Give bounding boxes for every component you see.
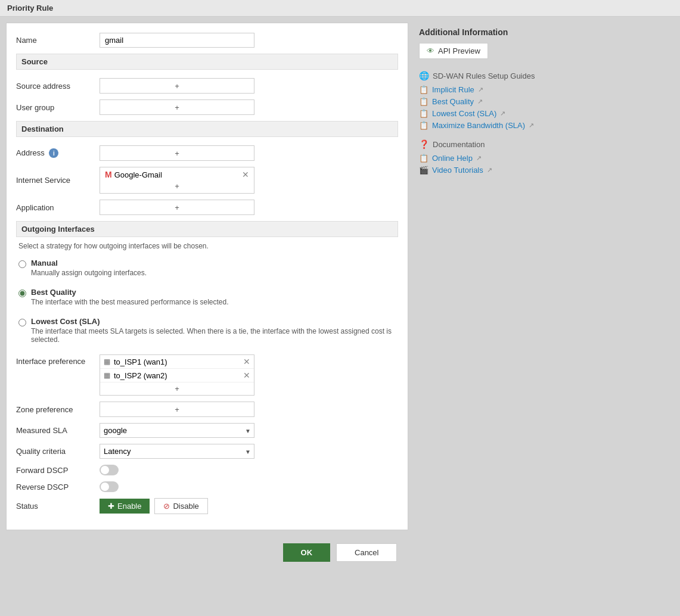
book-icon-online-help: 📋 (419, 154, 429, 163)
book-icon-implicit: 📋 (419, 85, 429, 94)
measured-sla-select[interactable]: google default (100, 423, 254, 438)
ext-link-icon-best-quality: ↗ (477, 98, 483, 105)
isp1-name: to_ISP1 (wan1) (114, 357, 240, 366)
forward-dscp-label: Forward DSCP (16, 466, 100, 475)
status-label: Status (16, 502, 100, 511)
interface-preference-container: ▦ to_ISP1 (wan1) ✕ ▦ to_ISP2 (wan2) ✕ + (100, 354, 254, 396)
additional-info-title: Additional Information (419, 27, 669, 37)
name-input[interactable] (100, 33, 254, 48)
gmail-remove-button[interactable]: ✕ (242, 170, 249, 179)
online-help-link[interactable]: 📋 Online Help ↗ (419, 154, 669, 163)
zone-preference-label: Zone preference (16, 405, 100, 414)
forward-dscp-row: Forward DSCP (16, 465, 398, 475)
radio-lowest-cost-input[interactable] (18, 319, 26, 326)
reverse-dscp-label: Reverse DSCP (16, 483, 100, 491)
application-row: Application + (16, 200, 398, 215)
radio-manual-desc: Manually assign outgoing interfaces. (31, 269, 147, 277)
name-row: Name (16, 33, 398, 48)
form-panel: Name Source Source address + User group … (6, 23, 408, 530)
video-icon-tutorials: 🎬 (419, 166, 429, 175)
interface-add-button[interactable]: + (100, 382, 254, 395)
video-tutorials-link[interactable]: 🎬 Video Tutorials ↗ (419, 166, 669, 175)
status-row: Status ✚ Enable ⊘ Disable (16, 498, 398, 514)
interface-isp2: ▦ to_ISP2 (wan2) ✕ (100, 369, 254, 382)
quality-criteria-select-wrapper: Latency Jitter Packet Loss Bandwidth ▼ (100, 444, 254, 459)
api-preview-button[interactable]: 👁 API Preview (419, 43, 488, 59)
internet-service-add-button[interactable]: + (103, 181, 251, 192)
source-address-label: Source address (16, 82, 100, 91)
status-buttons: ✚ Enable ⊘ Disable (100, 498, 208, 514)
address-add-button[interactable]: + (100, 145, 254, 161)
ext-link-icon-maximize-bandwidth: ↗ (529, 122, 534, 129)
radio-best-quality-input[interactable] (18, 290, 26, 297)
name-label: Name (16, 36, 100, 45)
radio-manual: Manual Manually assign outgoing interfac… (16, 256, 398, 279)
cancel-button[interactable]: Cancel (336, 543, 397, 562)
radio-manual-label: Manual (31, 259, 147, 267)
eye-icon: 👁 (427, 46, 434, 55)
address-row: Address i + (16, 145, 398, 161)
application-label: Application (16, 203, 100, 212)
footer-bar: OK Cancel (0, 536, 680, 569)
reverse-dscp-row: Reverse DSCP (16, 481, 398, 492)
documentation-title: Documentation (433, 140, 485, 149)
isp1-icon: ▦ (104, 357, 110, 366)
quality-criteria-select[interactable]: Latency Jitter Packet Loss Bandwidth (100, 444, 254, 459)
quality-criteria-row: Quality criteria Latency Jitter Packet L… (16, 444, 398, 459)
gmail-icon: M (105, 170, 112, 179)
internet-service-container: M Google-Gmail ✕ + (100, 167, 254, 194)
measured-sla-row: Measured SLA google default ▼ (16, 423, 398, 438)
documentation-section: ❓ Documentation 📋 Online Help ↗ 🎬 Video … (419, 139, 669, 175)
interface-preference-row: Interface preference ▦ to_ISP1 (wan1) ✕ … (16, 354, 398, 396)
disable-button[interactable]: ⊘ Disable (154, 498, 207, 514)
reverse-dscp-toggle[interactable] (100, 481, 119, 492)
gmail-tag-name: Google-Gmail (114, 170, 240, 179)
measured-sla-label: Measured SLA (16, 426, 100, 435)
ext-link-icon-online-help: ↗ (476, 154, 482, 162)
question-icon: ❓ (419, 139, 429, 149)
application-add-button[interactable]: + (100, 200, 254, 215)
radio-manual-input[interactable] (18, 260, 26, 268)
internet-service-tag-gmail: M Google-Gmail ✕ (103, 169, 251, 181)
sdwan-link-implicit[interactable]: 📋 Implicit Rule ↗ (419, 85, 669, 94)
sdwan-link-lowest-cost[interactable]: 📋 Lowest Cost (SLA) ↗ (419, 109, 669, 118)
enable-button[interactable]: ✚ Enable (100, 499, 150, 514)
enable-plus-icon: ✚ (108, 502, 114, 511)
disable-circle-icon: ⊘ (163, 502, 170, 511)
right-panel: Additional Information 👁 API Preview 🌐 S… (414, 23, 674, 191)
measured-sla-select-wrapper: google default ▼ (100, 423, 254, 438)
source-address-add-button[interactable]: + (100, 78, 254, 94)
sdwan-title-text: SD-WAN Rules Setup Guides (433, 71, 535, 80)
user-group-label: User group (16, 103, 100, 112)
book-icon-maximize-bandwidth: 📋 (419, 121, 429, 130)
radio-lowest-cost: Lowest Cost (SLA) The interface that mee… (16, 315, 398, 346)
outgoing-interfaces-section-header: Outgoing Interfaces (16, 221, 398, 237)
radio-best-quality-desc: The interface with the best measured per… (31, 298, 229, 306)
isp1-remove-button[interactable]: ✕ (243, 357, 250, 366)
sdwan-link-maximize-bandwidth[interactable]: 📋 Maximize Bandwidth (SLA) ↗ (419, 121, 669, 130)
ext-link-icon-lowest-cost: ↗ (500, 110, 505, 117)
ok-button[interactable]: OK (283, 543, 331, 562)
destination-section-header: Destination (16, 121, 398, 137)
user-group-add-button[interactable]: + (100, 99, 254, 115)
book-icon-lowest-cost: 📋 (419, 109, 429, 118)
sdwan-link-best-quality[interactable]: 📋 Best Quality ↗ (419, 97, 669, 106)
isp2-remove-button[interactable]: ✕ (243, 371, 250, 380)
user-group-row: User group + (16, 99, 398, 115)
zone-preference-add-button[interactable]: + (100, 402, 254, 417)
page-title: Priority Rule (7, 4, 53, 13)
internet-service-label: Internet Service (16, 176, 100, 185)
book-icon-best-quality: 📋 (419, 97, 429, 106)
zone-preference-row: Zone preference + (16, 402, 398, 417)
interface-preference-label: Interface preference (16, 354, 100, 366)
address-info-icon[interactable]: i (49, 148, 58, 158)
source-address-row: Source address + (16, 78, 398, 94)
globe-icon: 🌐 (419, 71, 429, 80)
radio-lowest-cost-label: Lowest Cost (SLA) (31, 317, 396, 326)
address-label: Address i (16, 148, 100, 158)
forward-dscp-toggle[interactable] (100, 465, 119, 475)
isp2-name: to_ISP2 (wan2) (114, 371, 240, 380)
radio-best-quality-label: Best Quality (31, 288, 229, 297)
isp2-icon: ▦ (104, 371, 110, 379)
internet-service-row: Internet Service M Google-Gmail ✕ + (16, 167, 398, 194)
